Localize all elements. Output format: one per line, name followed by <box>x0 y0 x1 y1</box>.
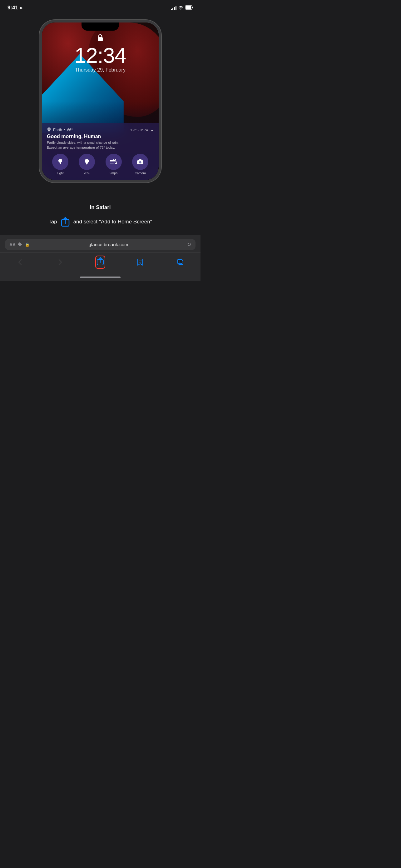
action-camera[interactable]: Camera <box>132 154 148 175</box>
svg-rect-9 <box>139 159 141 161</box>
action-wind-label: 9mph <box>110 172 118 175</box>
location-arrow-icon: ➤ <box>20 6 23 10</box>
phone-frame: 12:34 Thursday 29, February Earth • 66° … <box>39 20 161 183</box>
signal-bar-2 <box>172 8 173 10</box>
temp-low: L:63° <box>128 128 136 132</box>
widget-actions: Light 20% <box>47 154 154 175</box>
browser-bar: AA 🔒 glance.broank.com ↻ <box>0 235 201 252</box>
widget-temp-range: L:63° • H: 74° ☁ <box>128 128 154 132</box>
description-line1: Partly cloudy skies, with a small chance… <box>47 140 154 145</box>
svg-rect-4 <box>60 163 61 164</box>
home-bar <box>80 277 121 278</box>
safari-instruction-title: In Safari <box>12 204 188 211</box>
and-select-text: and select "Add to Home Screen" <box>73 219 152 225</box>
notch <box>81 23 119 31</box>
temp-high: H: 74° <box>140 128 149 132</box>
svg-text:1: 1 <box>179 260 181 264</box>
forward-button[interactable] <box>54 255 67 269</box>
action-light-label: Light <box>57 172 64 175</box>
widget-description: Partly cloudy skies, with a small chance… <box>47 140 154 150</box>
lock-date: Thursday 29, February <box>75 67 126 73</box>
phone-wrapper: 12:34 Thursday 29, February Earth • 66° … <box>0 14 201 192</box>
action-wind[interactable]: 9mph <box>106 154 122 175</box>
location-name: Earth <box>53 128 62 132</box>
lock-content: 12:34 Thursday 29, February Earth • 66° … <box>42 23 159 180</box>
action-rain-circle <box>79 154 95 170</box>
lock-time: 12:34 <box>74 45 126 66</box>
safari-tap-row: Tap and select "Add to Home Screen" <box>12 215 188 229</box>
https-lock-icon: 🔒 <box>25 243 30 247</box>
signal-bars <box>171 6 176 10</box>
location-dot: • <box>64 128 65 132</box>
lock-icon <box>97 34 104 43</box>
current-temp: 66° <box>67 128 73 132</box>
action-rain[interactable]: 20% <box>79 154 95 175</box>
action-light[interactable]: Light <box>52 154 68 175</box>
svg-point-8 <box>140 162 141 163</box>
weather-widget: Earth • 66° L:63° • H: 74° ☁ Good mornin… <box>42 123 159 180</box>
extensions-icon <box>18 242 23 247</box>
status-icons <box>171 5 193 11</box>
share-icon-illustration <box>60 215 71 229</box>
aa-button[interactable]: AA <box>9 242 15 247</box>
home-indicator-area <box>0 275 201 281</box>
widget-header: Earth • 66° L:63° • H: 74° ☁ <box>47 127 154 132</box>
url-display[interactable]: glance.broank.com <box>32 242 185 247</box>
wifi-icon <box>178 5 183 11</box>
share-button-highlight <box>95 256 105 269</box>
status-time: 9:41 ➤ <box>7 5 23 11</box>
widget-greeting: Good morning, Human <box>47 134 154 140</box>
cloud-icon: ☁ <box>150 128 154 132</box>
share-button[interactable] <box>93 255 107 269</box>
svg-rect-1 <box>192 6 193 8</box>
safari-instruction: In Safari Tap and select "Add to Home Sc… <box>0 192 201 235</box>
back-button[interactable] <box>13 255 27 269</box>
status-bar: 9:41 ➤ <box>0 0 201 14</box>
reload-button[interactable]: ↻ <box>187 242 191 247</box>
bookmarks-button[interactable] <box>133 255 147 269</box>
tabs-button[interactable]: 1 <box>174 255 188 269</box>
svg-rect-3 <box>98 37 103 41</box>
action-light-circle <box>52 154 68 170</box>
time-display: 9:41 <box>7 5 18 11</box>
action-camera-label: Camera <box>135 172 146 175</box>
action-camera-circle <box>132 154 148 170</box>
signal-bar-3 <box>174 7 175 10</box>
signal-bar-1 <box>171 9 172 10</box>
action-wind-circle <box>106 154 122 170</box>
url-bar[interactable]: AA 🔒 glance.broank.com ↻ <box>5 239 196 250</box>
bottom-toolbar: 1 <box>0 252 201 275</box>
battery-icon <box>185 5 193 11</box>
action-rain-label: 20% <box>84 172 90 175</box>
widget-location: Earth • 66° <box>47 127 73 132</box>
svg-rect-2 <box>186 6 192 9</box>
tap-text: Tap <box>48 219 57 225</box>
description-line2: Expect an average temperature of 72° tod… <box>47 145 154 150</box>
signal-bar-4 <box>175 6 176 10</box>
